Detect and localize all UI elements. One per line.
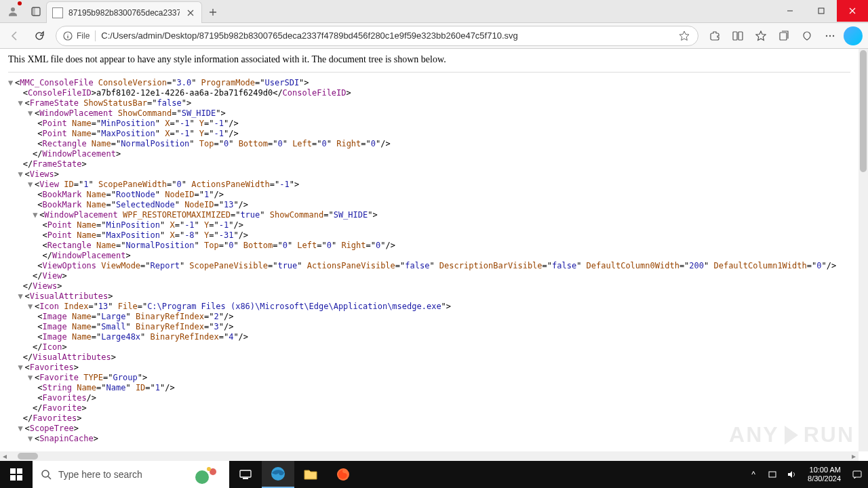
watermark: ANY RUN [729, 422, 854, 447]
svg-rect-2 [32, 7, 35, 16]
tab-title: 87195b982b8300765deca2337f47 [68, 8, 180, 18]
back-button[interactable] [4, 25, 26, 47]
favorite-star-icon[interactable] [677, 29, 691, 43]
refresh-button[interactable] [28, 25, 50, 47]
browser-titlebar: 87195b982b8300765deca2337f47 [0, 0, 868, 23]
copilot-icon[interactable] [844, 26, 863, 45]
window-minimize-button[interactable] [774, 0, 806, 22]
address-bar[interactable]: File C:/Users/admin/Desktop/87195b982b83… [56, 26, 698, 46]
svg-point-18 [207, 467, 211, 471]
svg-rect-14 [17, 475, 22, 481]
firefox-icon[interactable] [327, 461, 359, 488]
svg-point-16 [195, 470, 209, 484]
xml-notice: This XML file does not appear to have an… [8, 54, 850, 73]
search-highlight-icon [194, 464, 221, 485]
svg-rect-11 [10, 468, 16, 474]
svg-rect-20 [243, 478, 248, 479]
svg-point-10 [833, 35, 834, 36]
address-text: C:/Users/admin/Desktop/87195b982b8300765… [101, 30, 672, 41]
browser-toolbar: File C:/Users/admin/Desktop/87195b982b83… [0, 23, 868, 49]
profile-icon[interactable] [3, 1, 23, 22]
horizontal-scrollbar[interactable]: ◂ ▸ [0, 451, 859, 461]
svg-rect-12 [17, 468, 22, 474]
svg-rect-6 [738, 32, 743, 40]
more-menu-icon[interactable] [819, 25, 841, 47]
search-placeholder: Type here to search [58, 469, 142, 480]
file-explorer-icon[interactable] [294, 461, 327, 488]
svg-rect-13 [10, 475, 16, 481]
page-icon [52, 7, 63, 18]
svg-point-15 [42, 470, 49, 477]
taskbar-search[interactable]: Type here to search [33, 461, 229, 488]
svg-point-9 [829, 35, 831, 36]
tray-network-icon[interactable] [764, 461, 781, 488]
window-close-button[interactable] [837, 0, 868, 22]
address-prefix-label: File [77, 31, 90, 41]
taskbar: Type here to search ^ 10:00 AM 8/30/2024 [0, 461, 868, 488]
task-view-icon[interactable] [229, 461, 262, 488]
svg-rect-24 [853, 471, 861, 477]
tray-volume-icon[interactable] [783, 461, 800, 488]
notifications-icon[interactable] [849, 461, 865, 488]
browser-essentials-icon[interactable] [796, 25, 818, 47]
tab-actions-icon[interactable] [26, 1, 46, 22]
search-icon [41, 469, 52, 480]
tab-close-icon[interactable] [185, 7, 196, 18]
taskbar-clock[interactable]: 10:00 AM 8/30/2024 [802, 466, 846, 483]
site-info-icon[interactable]: File [63, 31, 90, 41]
svg-rect-5 [733, 32, 737, 40]
xml-tree[interactable]: ▼<MMC_ConsoleFile ConsoleVersion="3.0" P… [8, 78, 850, 444]
window-maximize-button[interactable] [806, 0, 837, 22]
svg-rect-3 [818, 8, 824, 14]
favorites-icon[interactable] [750, 25, 772, 47]
system-tray: ^ 10:00 AM 8/30/2024 [745, 461, 868, 488]
vertical-scrollbar[interactable] [859, 49, 868, 451]
browser-tab[interactable]: 87195b982b8300765deca2337f47 [46, 1, 202, 23]
svg-rect-23 [769, 472, 776, 477]
split-screen-icon[interactable] [727, 25, 749, 47]
svg-rect-7 [780, 33, 787, 40]
start-button[interactable] [0, 461, 33, 488]
collections-icon[interactable] [773, 25, 795, 47]
page-content: This XML file does not appear to have an… [0, 49, 859, 461]
extensions-icon[interactable] [704, 25, 726, 47]
edge-taskbar-icon[interactable] [262, 461, 294, 488]
svg-point-8 [826, 35, 827, 36]
new-tab-button[interactable] [202, 1, 224, 23]
svg-rect-19 [240, 470, 251, 477]
tray-chevron-icon[interactable]: ^ [745, 461, 762, 488]
svg-point-0 [11, 7, 15, 12]
